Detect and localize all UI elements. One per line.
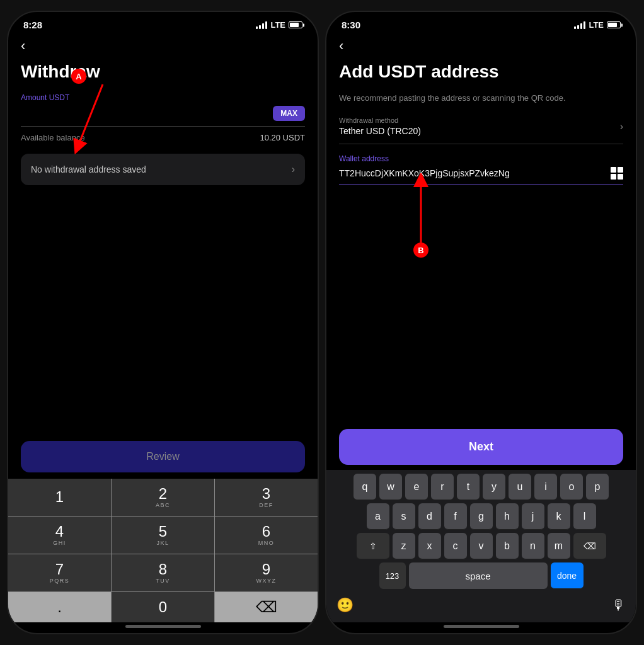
wallet-section: TT2HuccDjXKmKXoK3PjgSupjsxPZvkezNg	[339, 167, 623, 188]
badge-a: A	[71, 69, 86, 84]
balance-label: Available balance	[21, 133, 85, 142]
no-address-box[interactable]: No withdrawal address saved ›	[21, 154, 305, 185]
network-label-2: LTE	[589, 20, 604, 30]
amount-row: MAX	[21, 106, 305, 127]
method-chevron: ›	[620, 121, 623, 132]
emoji-icon[interactable]: 🙂	[336, 597, 354, 614]
withdrawal-method[interactable]: Withdrawal method Tether USD (TRC20) ›	[339, 117, 623, 144]
withdraw-title: Withdraw	[21, 62, 305, 82]
key-row-2: a s d f g h j k l	[329, 503, 633, 530]
key-123[interactable]: 123	[379, 562, 406, 589]
network-label-1: LTE	[270, 20, 285, 30]
key-x[interactable]: x	[418, 533, 441, 559]
wallet-label: Wallet address	[339, 154, 623, 163]
next-button[interactable]: Next	[339, 429, 623, 465]
key-h[interactable]: h	[496, 503, 519, 530]
key-delete[interactable]: ⌫	[573, 533, 606, 559]
phone-withdraw: 8:28 LTE ‹ Withdraw Amount USDT M	[7, 11, 319, 634]
key-n[interactable]: n	[522, 533, 544, 559]
key-9[interactable]: 9 WXYZ	[215, 554, 318, 591]
key-k[interactable]: k	[548, 503, 570, 530]
qr-icon[interactable]	[611, 167, 623, 180]
home-indicator-1	[125, 625, 201, 628]
balance-row: Available balance 10.20 USDT	[21, 133, 305, 142]
key-e[interactable]: e	[405, 474, 428, 500]
key-l[interactable]: l	[573, 503, 596, 530]
key-f[interactable]: f	[444, 503, 467, 530]
key-row-bottom: 123 space done	[329, 562, 633, 589]
mic-icon[interactable]: 🎙	[612, 597, 626, 614]
address-section: No withdrawal address saved › A	[21, 154, 305, 197]
wallet-input[interactable]: TT2HuccDjXKmKXoK3PjgSupjsxPZvkezNg	[339, 168, 611, 178]
key-m[interactable]: m	[548, 533, 570, 559]
qwerty-keyboard: q w e r t y u i o p a s d f g h j k l	[326, 470, 636, 622]
battery-icon-2	[607, 21, 621, 28]
signal-icon-2	[574, 21, 585, 29]
emoji-row: 🙂 🎙	[329, 592, 633, 620]
signal-icon	[256, 21, 267, 29]
home-indicator-2	[444, 625, 519, 628]
key-row-1: q w e r t y u i o p	[329, 474, 633, 500]
key-6[interactable]: 6 MNO	[215, 517, 318, 554]
status-bar-1: 8:28 LTE	[8, 12, 318, 33]
key-t[interactable]: t	[457, 474, 480, 500]
key-done[interactable]: done	[551, 562, 584, 589]
key-a[interactable]: a	[367, 503, 389, 530]
back-button-1[interactable]: ‹	[21, 38, 40, 54]
key-3[interactable]: 3 DEF	[215, 479, 318, 516]
balance-value: 10.20 USDT	[260, 133, 305, 142]
key-c[interactable]: c	[444, 533, 467, 559]
key-r[interactable]: r	[431, 474, 454, 500]
max-button[interactable]: MAX	[273, 106, 305, 121]
add-usdt-subtitle: We recommend pasting the address or scan…	[339, 93, 623, 103]
method-value: Tether USD (TRC20)	[339, 126, 421, 136]
method-label: Withdrawal method	[339, 117, 421, 124]
key-i[interactable]: i	[534, 474, 557, 500]
key-v[interactable]: v	[470, 533, 493, 559]
screen-usdt: ‹ Add USDT address We recommend pasting …	[326, 33, 636, 470]
key-q[interactable]: q	[354, 474, 376, 500]
key-dot[interactable]: .	[8, 592, 111, 622]
key-0[interactable]: 0	[112, 592, 214, 622]
chevron-icon: ›	[292, 164, 295, 175]
key-backspace[interactable]: ⌫	[215, 592, 318, 622]
key-g[interactable]: g	[470, 503, 493, 530]
status-bar-2: 8:30 LTE	[326, 12, 636, 33]
key-z[interactable]: z	[393, 533, 415, 559]
time-2: 8:30	[342, 20, 360, 30]
time-1: 8:28	[23, 20, 42, 30]
add-usdt-title: Add USDT address	[339, 62, 623, 82]
phone-add-usdt: 8:30 LTE ‹ Add USDT address We recommend…	[325, 11, 637, 634]
key-4[interactable]: 4 GHI	[8, 517, 111, 554]
key-d[interactable]: d	[418, 503, 441, 530]
key-row-3: ⇧ z x c v b n m ⌫	[329, 533, 633, 559]
key-5[interactable]: 5 JKL	[112, 517, 214, 554]
key-1[interactable]: 1	[8, 479, 111, 516]
status-right-2: LTE	[574, 20, 621, 30]
badge-b: B	[413, 243, 428, 258]
status-right-1: LTE	[256, 20, 302, 30]
key-u[interactable]: u	[509, 474, 531, 500]
key-y[interactable]: y	[483, 474, 505, 500]
amount-label: Amount USDT	[21, 93, 305, 102]
battery-icon-1	[289, 21, 302, 28]
key-w[interactable]: w	[379, 474, 402, 500]
numeric-keyboard: 1 2 ABC 3 DEF 4 GHI 5 JKL 6 MNO	[8, 479, 318, 622]
key-space[interactable]: space	[409, 562, 548, 589]
wallet-input-row: TT2HuccDjXKmKXoK3PjgSupjsxPZvkezNg	[339, 167, 623, 185]
no-address-text: No withdrawal address saved	[31, 164, 146, 174]
key-j[interactable]: j	[522, 503, 544, 530]
back-button-2[interactable]: ‹	[339, 38, 358, 54]
screen-withdraw: ‹ Withdraw Amount USDT MAX Available bal…	[8, 33, 318, 479]
key-2[interactable]: 2 ABC	[112, 479, 214, 516]
review-button[interactable]: Review	[21, 441, 305, 472]
key-s[interactable]: s	[393, 503, 415, 530]
key-shift[interactable]: ⇧	[357, 533, 389, 559]
key-b[interactable]: b	[496, 533, 519, 559]
key-8[interactable]: 8 TUV	[112, 554, 214, 591]
key-p[interactable]: p	[586, 474, 609, 500]
key-o[interactable]: o	[560, 474, 583, 500]
key-7[interactable]: 7 PQRS	[8, 554, 111, 591]
